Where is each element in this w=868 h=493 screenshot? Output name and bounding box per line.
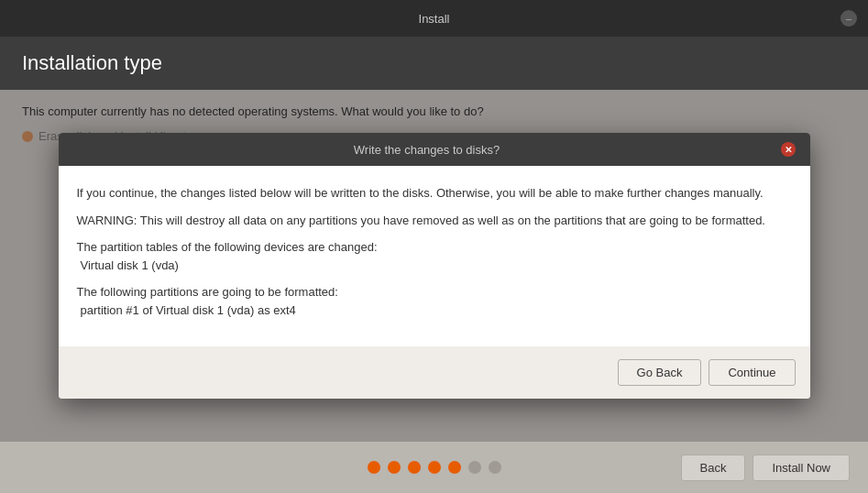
progress-dot-6 <box>489 461 501 474</box>
progress-dot-2 <box>408 461 421 474</box>
content-area: This computer currently has no detected … <box>0 90 868 442</box>
page-title: Installation type <box>22 51 846 75</box>
dialog: Write the changes to disks? ✕ If you con… <box>59 133 810 399</box>
progress-dot-3 <box>428 461 441 474</box>
go-back-button[interactable]: Go Back <box>618 359 702 386</box>
back-button[interactable]: Back <box>681 455 746 481</box>
bottom-bar: Back Install Now <box>0 442 868 493</box>
dialog-line4: The following partitions are going to be… <box>77 283 792 319</box>
dialog-line3: The partition tables of the following de… <box>77 238 792 274</box>
dialog-close-button[interactable]: ✕ <box>781 142 796 157</box>
dialog-title: Write the changes to disks? <box>73 143 781 157</box>
dialog-footer: Go Back Continue <box>59 346 810 399</box>
progress-dot-0 <box>368 461 380 474</box>
window-title: Install <box>419 12 450 26</box>
bottom-buttons: Back Install Now <box>681 455 850 481</box>
dialog-body: If you continue, the changes listed belo… <box>59 166 810 346</box>
progress-dot-5 <box>468 461 481 474</box>
progress-dot-4 <box>448 461 461 474</box>
dialog-title-bar: Write the changes to disks? ✕ <box>59 133 810 166</box>
progress-dots <box>368 461 501 474</box>
install-now-button[interactable]: Install Now <box>753 455 850 481</box>
title-bar: Install – <box>0 0 868 37</box>
window-header: Installation type <box>0 37 868 90</box>
dialog-overlay: Write the changes to disks? ✕ If you con… <box>0 90 868 442</box>
dialog-line2: WARNING: This will destroy all data on a… <box>77 212 792 230</box>
main-window: Installation type This computer currentl… <box>0 37 868 493</box>
close-button[interactable]: – <box>841 10 857 27</box>
dialog-line1: If you continue, the changes listed belo… <box>77 184 792 203</box>
continue-button[interactable]: Continue <box>709 359 795 386</box>
progress-dot-1 <box>388 461 401 474</box>
